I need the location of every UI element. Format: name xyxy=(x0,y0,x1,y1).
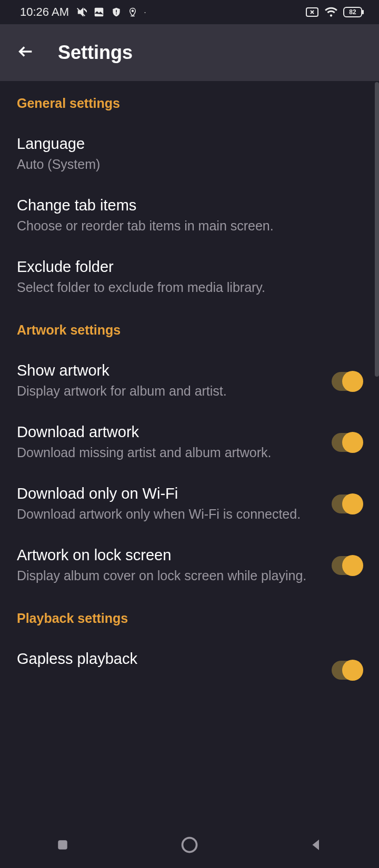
wifi-icon xyxy=(324,6,338,18)
section-general: General settings xyxy=(17,96,362,111)
status-right: 82 xyxy=(305,6,364,18)
status-time: 10:26 AM xyxy=(20,5,69,19)
svg-text:82: 82 xyxy=(349,8,356,16)
toggle-gapless[interactable] xyxy=(332,661,362,680)
battery-icon: 82 xyxy=(343,6,364,18)
setting-exclude-folder[interactable]: Exclude folder Select folder to exclude … xyxy=(17,247,362,308)
setting-title: Language xyxy=(17,135,362,153)
setting-gapless-playback[interactable]: Gapless playback xyxy=(17,639,362,682)
more-indicator: · xyxy=(144,7,146,18)
mute-icon xyxy=(75,6,87,18)
setting-title: Download artwork xyxy=(17,423,321,441)
toggle-artwork-lockscreen[interactable] xyxy=(332,556,362,575)
setting-download-artwork[interactable]: Download artwork Download missing artist… xyxy=(17,412,362,473)
svg-rect-1 xyxy=(95,8,104,17)
setting-title: Download only on Wi-Fi xyxy=(17,485,321,502)
back-nav-button[interactable] xyxy=(308,837,324,855)
back-button[interactable] xyxy=(17,43,35,63)
screen-icon xyxy=(305,7,319,17)
setting-subtitle: Display artwork for album and artist. xyxy=(17,382,321,400)
svg-rect-10 xyxy=(58,840,67,850)
setting-subtitle: Auto (System) xyxy=(17,156,362,174)
setting-subtitle: Choose or reorder tab items in main scre… xyxy=(17,217,362,235)
setting-subtitle: Select folder to exclude from media libr… xyxy=(17,279,362,297)
setting-subtitle: Download artwork only when Wi-Fi is conn… xyxy=(17,506,321,523)
setting-title: Gapless playback xyxy=(17,650,321,668)
setting-subtitle: Download missing artist and album artwor… xyxy=(17,444,321,462)
setting-artwork-lockscreen[interactable]: Artwork on lock screen Display album cov… xyxy=(17,535,362,597)
page-title: Settings xyxy=(58,42,133,64)
setting-download-wifi[interactable]: Download only on Wi-Fi Download artwork … xyxy=(17,473,362,535)
svg-rect-3 xyxy=(116,14,117,15)
setting-change-tabs[interactable]: Change tab items Choose or reorder tab i… xyxy=(17,185,362,247)
toggle-download-artwork[interactable] xyxy=(332,433,362,452)
setting-title: Exclude folder xyxy=(17,258,362,276)
settings-content: General settings Language Auto (System) … xyxy=(0,81,379,682)
setting-subtitle: Display album cover on lock screen while… xyxy=(17,567,321,585)
shield-icon xyxy=(111,6,122,18)
section-playback: Playback settings xyxy=(17,611,362,626)
svg-point-11 xyxy=(183,838,197,852)
navigation-bar xyxy=(0,824,379,868)
svg-rect-2 xyxy=(116,10,117,13)
section-artwork: Artwork settings xyxy=(17,322,362,338)
setting-title: Show artwork xyxy=(17,362,321,379)
svg-point-4 xyxy=(132,10,133,12)
status-bar: 10:26 AM · 82 xyxy=(0,0,379,24)
photos-icon xyxy=(93,6,105,18)
toggle-show-artwork[interactable] xyxy=(332,372,362,391)
home-button[interactable] xyxy=(180,835,199,856)
location-icon xyxy=(128,6,137,18)
setting-show-artwork[interactable]: Show artwork Display artwork for album a… xyxy=(17,350,362,412)
setting-language[interactable]: Language Auto (System) xyxy=(17,124,362,185)
status-left: 10:26 AM · xyxy=(20,5,146,19)
setting-title: Artwork on lock screen xyxy=(17,547,321,564)
app-bar: Settings xyxy=(0,24,379,81)
svg-rect-8 xyxy=(362,10,364,14)
toggle-download-wifi[interactable] xyxy=(332,494,362,513)
scroll-indicator[interactable] xyxy=(375,82,379,377)
setting-title: Change tab items xyxy=(17,197,362,214)
recent-apps-button[interactable] xyxy=(55,837,71,855)
